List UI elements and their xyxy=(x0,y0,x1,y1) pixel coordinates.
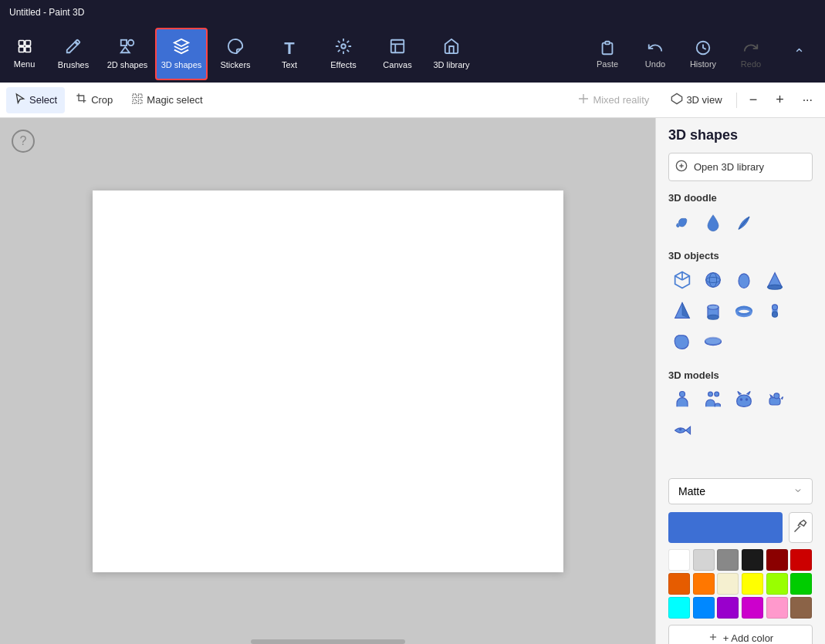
section-3d-doodle-label: 3D doodle xyxy=(656,184,825,208)
history-icon xyxy=(695,39,712,58)
material-dropdown[interactable]: Matte xyxy=(668,478,813,504)
stickers-button[interactable]: Stickers xyxy=(209,28,262,80)
color-row xyxy=(668,512,813,543)
subtoolbar-right: Mixed reality 3D view − + ··· xyxy=(570,87,819,113)
svg-point-50 xyxy=(680,429,681,430)
svg-rect-14 xyxy=(139,94,143,98)
canvas-area[interactable]: ? xyxy=(0,118,655,644)
eyedropper-button[interactable] xyxy=(789,512,813,543)
library-icon xyxy=(675,160,688,174)
object-cylinder[interactable] xyxy=(699,297,727,325)
svg-point-44 xyxy=(708,392,713,396)
color-purple[interactable] xyxy=(717,597,739,619)
selected-color-swatch[interactable] xyxy=(668,512,783,543)
svg-point-40 xyxy=(773,312,778,317)
svg-point-28 xyxy=(739,274,749,288)
color-darkred[interactable] xyxy=(766,549,788,571)
mixed-reality-button[interactable]: Mixed reality xyxy=(570,87,657,113)
add-color-button[interactable]: + Add color xyxy=(668,625,813,644)
color-yellow[interactable] xyxy=(742,573,763,595)
paste-button[interactable]: Paste xyxy=(584,28,631,80)
svg-rect-3 xyxy=(25,47,30,52)
model-cat[interactable] xyxy=(730,386,758,413)
menu-label: Menu xyxy=(14,59,36,69)
brushes-label: Brushes xyxy=(58,60,89,69)
history-button[interactable]: History xyxy=(680,28,726,80)
color-red[interactable] xyxy=(790,549,812,571)
doodle-shape-leaf[interactable] xyxy=(730,208,758,236)
canvas-button[interactable]: Canvas xyxy=(371,28,424,80)
color-gray[interactable] xyxy=(717,549,739,571)
model-fish[interactable] xyxy=(668,416,696,444)
model-dog[interactable] xyxy=(761,386,789,413)
help-icon-text: ? xyxy=(20,134,27,148)
object-cube[interactable] xyxy=(668,266,696,294)
horizontal-scrollbar[interactable] xyxy=(251,639,405,644)
color-cream[interactable] xyxy=(717,573,739,595)
color-black[interactable] xyxy=(742,549,763,571)
object-lens[interactable] xyxy=(699,328,727,356)
3dlibrary-button[interactable]: 3D library xyxy=(425,28,478,80)
redo-button[interactable]: Redo xyxy=(728,28,774,80)
main-area: ? 3D shapes Open 3D library 3D doodle xyxy=(0,118,825,644)
effects-button[interactable]: Effects xyxy=(317,28,370,80)
help-button[interactable]: ? xyxy=(12,130,35,153)
object-cone[interactable] xyxy=(761,266,789,294)
object-egg[interactable] xyxy=(730,266,758,294)
color-brown[interactable] xyxy=(790,597,812,619)
svg-point-5 xyxy=(128,40,134,46)
object-capsule[interactable] xyxy=(761,297,789,325)
object-pyramid[interactable] xyxy=(668,297,696,325)
crop-tool-button[interactable]: Crop xyxy=(68,87,120,113)
color-magenta[interactable] xyxy=(742,597,763,619)
svg-point-42 xyxy=(705,337,722,344)
spacer xyxy=(656,450,825,466)
select-icon xyxy=(14,93,26,107)
object-blob[interactable] xyxy=(668,328,696,356)
object-sphere[interactable] xyxy=(699,266,727,294)
3d-view-button[interactable]: 3D view xyxy=(663,87,729,113)
canvas-icon xyxy=(389,38,406,59)
magic-select-button[interactable]: Magic select xyxy=(123,87,210,113)
collapse-button[interactable]: ⌃ xyxy=(776,28,822,80)
doodle-shape-swan[interactable] xyxy=(668,208,696,236)
magic-select-icon xyxy=(131,93,144,107)
doodle-shapes-grid xyxy=(656,208,825,242)
object-torus[interactable] xyxy=(730,297,758,325)
color-lime[interactable] xyxy=(766,573,788,595)
more-options-button[interactable]: ··· xyxy=(796,87,819,113)
color-cyan[interactable] xyxy=(668,597,690,619)
3dshapes-button[interactable]: 3D shapes xyxy=(155,28,208,80)
select-tool-button[interactable]: Select xyxy=(6,87,65,113)
svg-point-34 xyxy=(708,305,718,309)
color-orange[interactable] xyxy=(668,573,690,595)
drawing-canvas[interactable] xyxy=(93,191,563,572)
menu-button[interactable]: Menu xyxy=(3,28,46,80)
open-library-label: Open 3D library xyxy=(694,161,764,173)
svg-rect-0 xyxy=(19,41,24,46)
svg-rect-2 xyxy=(19,47,24,52)
color-green[interactable] xyxy=(790,573,812,595)
history-label: History xyxy=(690,59,716,69)
3dshapes-label: 3D shapes xyxy=(161,60,202,69)
zoom-out-button[interactable]: − xyxy=(743,87,764,113)
open-3d-library-button[interactable]: Open 3D library xyxy=(668,153,813,181)
select-label: Select xyxy=(29,94,57,106)
color-section: Matte xyxy=(656,472,825,644)
text-button[interactable]: T Text xyxy=(263,28,316,80)
color-pink[interactable] xyxy=(766,597,788,619)
model-person[interactable] xyxy=(668,386,696,413)
material-label: Matte xyxy=(678,485,705,497)
model-people[interactable] xyxy=(699,386,727,413)
color-blue[interactable] xyxy=(693,597,715,619)
stickers-label: Stickers xyxy=(220,60,250,69)
2dshapes-button[interactable]: 2D shapes xyxy=(101,28,154,80)
undo-button[interactable]: Undo xyxy=(632,28,678,80)
color-white[interactable] xyxy=(668,549,690,571)
objects-shapes-grid xyxy=(656,266,825,362)
doodle-shape-drop[interactable] xyxy=(699,208,727,236)
color-darkorange[interactable] xyxy=(693,573,715,595)
color-lightgray[interactable] xyxy=(693,549,715,571)
brushes-button[interactable]: Brushes xyxy=(47,28,100,80)
zoom-in-button[interactable]: + xyxy=(769,87,790,113)
